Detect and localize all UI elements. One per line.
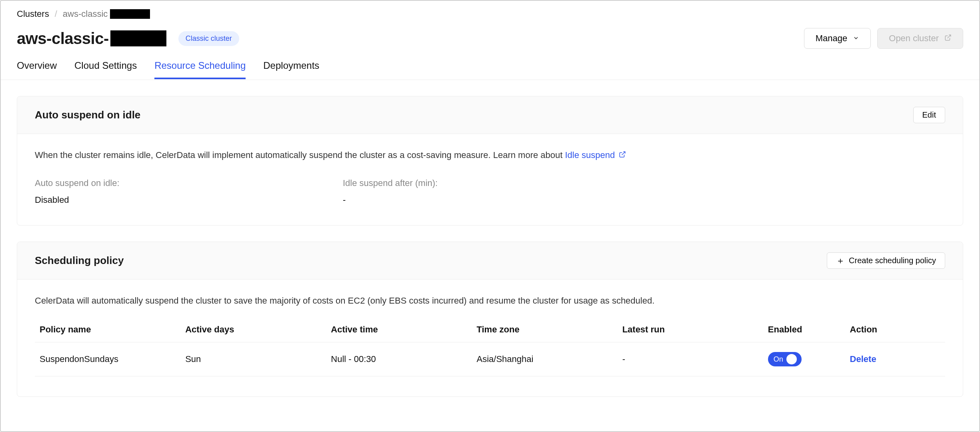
external-link-icon	[619, 150, 626, 160]
page-title-text: aws-classic-	[17, 30, 109, 48]
enabled-toggle[interactable]: On	[768, 352, 802, 366]
plus-icon: ＋	[836, 256, 845, 265]
idle-suspend-link-text: Idle suspend	[565, 150, 615, 160]
edit-button[interactable]: Edit	[913, 107, 945, 123]
toggle-knob	[786, 354, 797, 364]
col-time-zone: Time zone	[472, 317, 617, 342]
idle-suspend-link[interactable]: Idle suspend	[565, 150, 626, 160]
auto-suspend-desc-text: When the cluster remains idle, CelerData…	[35, 150, 565, 160]
idle-suspend-after-label: Idle suspend after (min):	[343, 178, 651, 188]
breadcrumb: Clusters / aws-classic	[17, 9, 963, 19]
page-title: aws-classic-	[17, 30, 166, 48]
scheduling-policy-card: Scheduling policy ＋ Create scheduling po…	[17, 242, 963, 397]
col-policy-name: Policy name	[35, 317, 180, 342]
cell-policy-name: SuspendonSundays	[35, 342, 180, 376]
breadcrumb-root[interactable]: Clusters	[17, 9, 49, 19]
breadcrumb-separator: /	[55, 9, 57, 19]
toggle-label: On	[774, 355, 783, 364]
cell-latest-run: -	[618, 342, 763, 376]
col-action: Action	[845, 317, 945, 342]
cell-active-days: Sun	[180, 342, 326, 376]
auto-suspend-card: Auto suspend on idle Edit When the clust…	[17, 96, 963, 226]
cell-time-zone: Asia/Shanghai	[472, 342, 617, 376]
auto-suspend-description: When the cluster remains idle, CelerData…	[35, 150, 945, 160]
create-scheduling-policy-button[interactable]: ＋ Create scheduling policy	[827, 252, 945, 269]
auto-suspend-title: Auto suspend on idle	[35, 109, 140, 121]
cluster-type-badge: Classic cluster	[178, 31, 239, 46]
tab-deployments[interactable]: Deployments	[263, 60, 319, 79]
idle-suspend-after-value: -	[343, 195, 651, 205]
redacted-text	[110, 9, 150, 19]
col-latest-run: Latest run	[618, 317, 763, 342]
col-enabled: Enabled	[763, 317, 845, 342]
scheduling-policy-title: Scheduling policy	[35, 254, 124, 267]
tab-resource-scheduling[interactable]: Resource Scheduling	[154, 60, 246, 79]
cell-active-time: Null - 00:30	[326, 342, 472, 376]
manage-button-label: Manage	[816, 33, 848, 44]
breadcrumb-current-text: aws-classic	[63, 9, 108, 19]
col-active-days: Active days	[180, 317, 326, 342]
tabs: Overview Cloud Settings Resource Schedul…	[17, 60, 963, 80]
tab-cloud-settings[interactable]: Cloud Settings	[74, 60, 137, 79]
col-active-time: Active time	[326, 317, 472, 342]
open-cluster-button: Open cluster	[877, 28, 963, 49]
scheduling-table: Policy name Active days Active time Time…	[35, 317, 945, 376]
create-policy-label: Create scheduling policy	[849, 256, 936, 265]
scheduling-description: CelerData will automatically suspend the…	[35, 296, 945, 306]
open-cluster-label: Open cluster	[889, 33, 939, 44]
chevron-down-icon	[853, 33, 859, 44]
svg-line-1	[622, 152, 625, 155]
auto-suspend-value: Disabled	[35, 195, 343, 205]
auto-suspend-label: Auto suspend on idle:	[35, 178, 343, 188]
breadcrumb-current: aws-classic	[63, 9, 150, 19]
manage-button[interactable]: Manage	[804, 28, 871, 49]
table-row: SuspendonSundays Sun Null - 00:30 Asia/S…	[35, 342, 945, 376]
external-link-icon	[944, 33, 952, 44]
redacted-text	[110, 30, 166, 46]
tab-overview[interactable]: Overview	[17, 60, 57, 79]
delete-link[interactable]: Delete	[850, 354, 876, 364]
svg-line-0	[948, 35, 951, 38]
